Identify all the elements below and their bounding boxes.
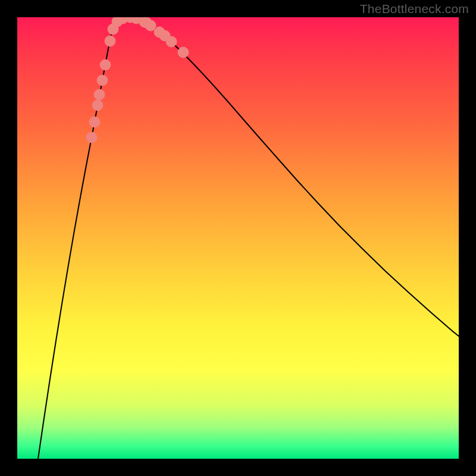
right-arm-markers: [125, 17, 189, 58]
marker-point: [92, 100, 103, 111]
marker-point: [166, 36, 177, 47]
marker-point: [97, 75, 108, 86]
marker-point: [89, 117, 100, 127]
chart-root: TheBottleneck.com: [0, 0, 476, 476]
marker-point: [178, 47, 189, 58]
data-markers: [86, 17, 189, 143]
marker-point: [86, 132, 97, 143]
watermark-text: TheBottleneck.com: [360, 2, 469, 16]
marker-point: [145, 20, 156, 31]
marker-point: [94, 89, 105, 100]
plot-area: [17, 17, 459, 459]
left-arm-markers: [86, 17, 128, 143]
plot-svg: [17, 17, 459, 459]
marker-point: [100, 60, 111, 70]
marker-point: [105, 36, 115, 46]
